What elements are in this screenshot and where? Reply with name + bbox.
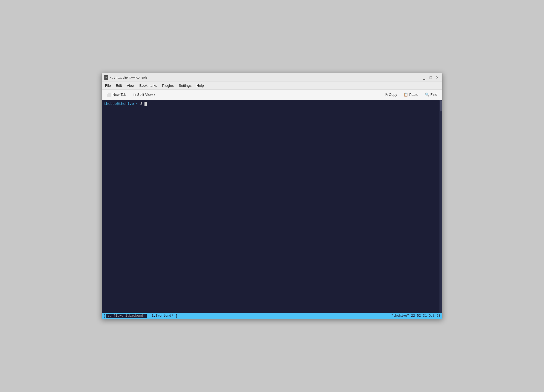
terminal-area[interactable]: thebee@thehive:~ $ [102, 100, 442, 313]
copy-button[interactable]: ⎘ Copy [383, 91, 400, 98]
paste-button[interactable]: 📋 Paste [401, 91, 421, 98]
tmux-windows: [ sunflower1:backend- 2:frontend* ] [103, 314, 177, 318]
toolbar: ⬜ New Tab ⊟ Split View ▾ ⎘ Copy 📋 Paste … [102, 90, 442, 100]
tmux-session-name: "thehive" [391, 314, 409, 318]
tmux-window-2-label: 2:frontend* [152, 314, 173, 318]
copy-label: Copy [389, 93, 397, 97]
new-tab-button[interactable]: ⬜ New Tab [104, 91, 129, 98]
prompt-symbol: $ [138, 102, 144, 106]
app-icon: ■ [104, 75, 108, 80]
scrollbar-thumb[interactable] [440, 100, 442, 111]
title-bar: ■ - : tmux: client — Konsole _ □ ✕ [102, 73, 442, 82]
tmux-time: 22:52 [411, 314, 421, 318]
toolbar-right: ⎘ Copy 📋 Paste 🔍 Find [383, 91, 440, 98]
find-label: Find [430, 93, 437, 97]
menu-help[interactable]: Help [194, 83, 206, 88]
new-tab-icon: ⬜ [107, 93, 111, 97]
new-tab-label: New Tab [112, 93, 126, 97]
find-icon: 🔍 [425, 93, 429, 97]
window-controls: _ □ ✕ [421, 75, 440, 80]
tmux-session-info: "thehive" 22:52 31-Oct-23 [391, 314, 441, 318]
konsole-window: ■ - : tmux: client — Konsole _ □ ✕ File … [102, 73, 442, 319]
menu-bar: File Edit View Bookmarks Plugins Setting… [102, 82, 442, 90]
maximize-button[interactable]: □ [428, 75, 433, 80]
tmux-date: 31-Oct-23 [423, 314, 441, 318]
terminal-cursor [144, 102, 147, 106]
menu-view[interactable]: View [125, 83, 137, 88]
prompt-user: thebee@thehive [104, 102, 134, 106]
menu-settings[interactable]: Settings [176, 83, 194, 88]
menu-bookmarks[interactable]: Bookmarks [137, 83, 159, 88]
paste-icon: 📋 [404, 93, 408, 97]
tmux-bracket-close: ] [175, 314, 177, 318]
tmux-bracket-open: [ [103, 314, 105, 318]
split-view-arrow-icon: ▾ [154, 93, 155, 96]
menu-plugins[interactable]: Plugins [160, 83, 176, 88]
toolbar-left: ⬜ New Tab ⊟ Split View ▾ [104, 91, 158, 98]
menu-edit[interactable]: Edit [114, 83, 124, 88]
split-view-button[interactable]: ⊟ Split View ▾ [130, 91, 158, 98]
minimize-button[interactable]: _ [421, 75, 427, 80]
split-view-icon: ⊟ [133, 93, 136, 97]
scrollbar[interactable] [439, 100, 442, 313]
tmux-window-2[interactable]: 2:frontend* [150, 314, 175, 318]
title-bar-left: ■ - : tmux: client — Konsole [104, 75, 147, 80]
menu-file[interactable]: File [103, 83, 113, 88]
terminal-content[interactable]: thebee@thehive:~ $ [102, 100, 442, 108]
find-button[interactable]: 🔍 Find [422, 91, 440, 98]
tmux-window-1[interactable]: sunflower1:backend- [106, 314, 147, 318]
prompt-path: :~ [134, 102, 138, 106]
window-title: - : tmux: client — Konsole [110, 76, 147, 79]
tmux-window-1-label: sunflower1:backend- [108, 314, 145, 318]
tmux-status-bar: [ sunflower1:backend- 2:frontend* ] "the… [102, 313, 442, 319]
paste-label: Paste [409, 93, 418, 97]
split-view-label: Split View [137, 93, 153, 97]
close-button[interactable]: ✕ [435, 75, 440, 80]
copy-icon: ⎘ [386, 93, 388, 97]
